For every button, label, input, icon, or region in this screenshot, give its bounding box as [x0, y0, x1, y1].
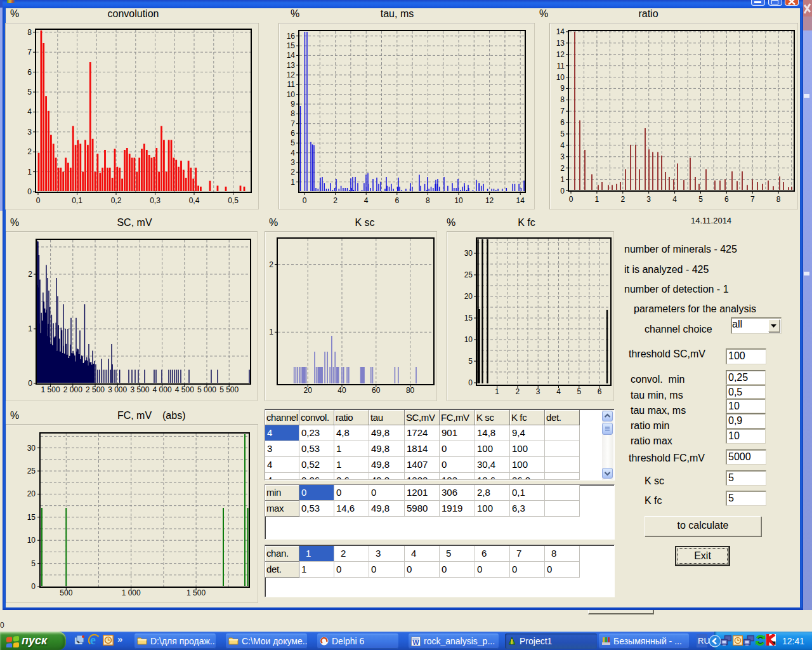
svg-text:16: 16	[287, 32, 296, 41]
svg-text:40: 40	[337, 386, 346, 395]
svg-text:4: 4	[364, 196, 369, 205]
svg-text:11: 11	[557, 62, 565, 70]
svg-text:11: 11	[287, 80, 296, 89]
svg-text:0,2: 0,2	[111, 196, 122, 205]
svg-text:1: 1	[595, 195, 599, 204]
svg-text:5: 5	[468, 357, 473, 366]
svg-text:0: 0	[27, 187, 32, 196]
svg-text:9: 9	[560, 84, 565, 93]
svg-text:30: 30	[464, 249, 473, 258]
svg-text:1: 1	[269, 328, 273, 336]
svg-text:1: 1	[560, 175, 565, 184]
svg-text:14: 14	[287, 51, 296, 60]
svg-text:6: 6	[291, 129, 295, 138]
svg-text:3: 3	[27, 128, 32, 136]
svg-text:4: 4	[672, 195, 677, 204]
svg-text:10: 10	[556, 73, 565, 82]
svg-text:0: 0	[36, 196, 41, 205]
svg-text:1: 1	[27, 168, 32, 176]
svg-text:2: 2	[269, 260, 273, 269]
svg-text:7: 7	[291, 119, 295, 128]
svg-text:0,3: 0,3	[150, 196, 160, 205]
svg-text:1 500: 1 500	[187, 588, 206, 597]
svg-text:25: 25	[464, 270, 473, 279]
svg-text:20: 20	[27, 489, 36, 498]
svg-text:2 000: 2 000	[63, 385, 82, 394]
svg-text:10: 10	[287, 90, 296, 99]
svg-text:2: 2	[333, 196, 337, 205]
svg-text:8: 8	[426, 196, 430, 205]
svg-text:2 500: 2 500	[86, 385, 105, 394]
svg-text:3: 3	[560, 152, 565, 161]
svg-text:0: 0	[28, 379, 32, 388]
svg-text:2: 2	[27, 147, 32, 156]
svg-text:30: 30	[27, 444, 36, 453]
svg-text:2: 2	[28, 270, 32, 279]
svg-text:2: 2	[291, 168, 295, 176]
svg-text:20: 20	[304, 386, 313, 395]
svg-text:13: 13	[287, 61, 296, 70]
svg-text:1: 1	[28, 324, 32, 333]
svg-text:1: 1	[291, 178, 295, 187]
svg-text:15: 15	[27, 513, 36, 522]
svg-text:6: 6	[724, 195, 729, 204]
svg-text:1 000: 1 000	[122, 588, 141, 597]
svg-text:0: 0	[31, 582, 36, 591]
svg-text:0: 0	[303, 196, 307, 205]
svg-text:3 500: 3 500	[130, 385, 149, 394]
svg-text:5: 5	[560, 129, 565, 138]
svg-text:7: 7	[27, 48, 32, 56]
svg-text:0: 0	[560, 187, 565, 196]
svg-text:4 500: 4 500	[175, 385, 194, 394]
svg-text:2: 2	[620, 195, 625, 204]
svg-text:15: 15	[464, 314, 473, 322]
svg-text:20: 20	[464, 292, 473, 301]
svg-text:6: 6	[395, 196, 399, 205]
svg-text:0,5: 0,5	[228, 196, 239, 205]
svg-text:5: 5	[31, 559, 36, 568]
svg-text:0: 0	[468, 378, 473, 387]
svg-text:1 500: 1 500	[41, 385, 60, 394]
svg-text:4 000: 4 000	[153, 385, 172, 394]
svg-text:7: 7	[750, 195, 755, 204]
svg-text:10: 10	[27, 536, 36, 545]
svg-text:0,4: 0,4	[189, 196, 200, 205]
svg-text:8: 8	[776, 195, 781, 204]
svg-text:12: 12	[287, 70, 296, 79]
svg-text:1: 1	[495, 387, 499, 396]
svg-text:4: 4	[560, 141, 565, 150]
svg-text:3: 3	[646, 195, 651, 204]
svg-text:3: 3	[536, 387, 540, 396]
svg-text:12: 12	[556, 50, 565, 59]
svg-text:10: 10	[464, 335, 473, 344]
svg-text:0: 0	[569, 195, 573, 204]
svg-text:3 000: 3 000	[108, 385, 127, 394]
svg-text:8: 8	[27, 28, 32, 37]
svg-text:4: 4	[291, 149, 295, 157]
svg-text:6: 6	[27, 68, 32, 77]
svg-text:W: W	[412, 639, 419, 646]
svg-text:5: 5	[698, 195, 703, 204]
svg-text:15: 15	[287, 41, 296, 50]
svg-text:25: 25	[27, 467, 36, 475]
svg-text:500: 500	[60, 588, 72, 597]
svg-text:10: 10	[454, 196, 463, 205]
svg-text:4: 4	[27, 107, 32, 116]
svg-text:2: 2	[516, 387, 520, 396]
svg-text:12: 12	[485, 196, 494, 205]
svg-text:14: 14	[556, 27, 565, 36]
svg-text:2: 2	[560, 164, 565, 173]
svg-text:80: 80	[406, 386, 415, 395]
svg-text:8: 8	[291, 109, 295, 118]
svg-text:7: 7	[560, 107, 565, 116]
svg-text:9: 9	[291, 100, 295, 109]
svg-text:13: 13	[556, 39, 565, 48]
svg-text:6: 6	[560, 118, 565, 127]
svg-text:5: 5	[27, 88, 32, 96]
svg-text:5: 5	[291, 138, 295, 147]
svg-text:5 000: 5 000	[197, 385, 216, 394]
svg-text:5: 5	[577, 387, 581, 396]
svg-text:14: 14	[516, 196, 525, 205]
svg-text:0,1: 0,1	[72, 196, 82, 205]
svg-text:4: 4	[556, 387, 561, 396]
